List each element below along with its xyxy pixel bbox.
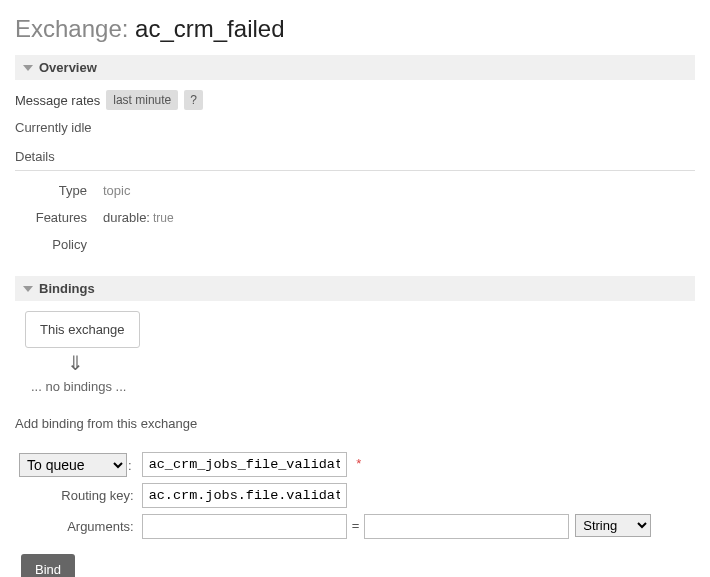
idle-status: Currently idle xyxy=(15,120,695,135)
destination-type-select[interactable]: To queueTo exchange xyxy=(19,453,127,477)
routing-key-input[interactable] xyxy=(142,483,347,508)
routing-key-label: Routing key: xyxy=(15,480,138,511)
help-icon[interactable]: ? xyxy=(184,90,203,110)
chevron-down-icon xyxy=(23,286,33,292)
table-row: To queueTo exchange: * xyxy=(15,449,655,480)
details-table: Type topic Features durable: true Policy xyxy=(15,177,182,258)
policy-value xyxy=(95,231,182,258)
arguments-label: Arguments: xyxy=(15,511,138,542)
bindings-section-header[interactable]: Bindings xyxy=(15,276,695,301)
destination-name-input[interactable] xyxy=(142,452,347,477)
page-title: Exchange: ac_crm_failed xyxy=(15,15,695,43)
equals-sign: = xyxy=(347,518,365,533)
argument-key-input[interactable] xyxy=(142,514,347,539)
bind-button[interactable]: Bind xyxy=(21,554,75,577)
table-row: Features durable: true xyxy=(15,204,182,231)
overview-section-header[interactable]: Overview xyxy=(15,55,695,80)
argument-type-select[interactable]: StringNumberBooleanList xyxy=(575,514,651,537)
message-rates-label: Message rates xyxy=(15,93,100,108)
bindings-title: Bindings xyxy=(39,281,95,296)
details-heading: Details xyxy=(15,149,695,171)
arrow-down-icon: ⇓ xyxy=(15,353,135,373)
message-rates-period-badge[interactable]: last minute xyxy=(106,90,178,110)
table-row: Policy xyxy=(15,231,182,258)
exchange-name: ac_crm_failed xyxy=(135,15,284,42)
table-row: Type topic xyxy=(15,177,182,204)
feature-durable: durable: true xyxy=(103,210,174,225)
this-exchange-box: This exchange xyxy=(25,311,140,348)
argument-value-input[interactable] xyxy=(364,514,569,539)
features-label: Features xyxy=(15,204,95,231)
title-prefix: Exchange: xyxy=(15,15,128,42)
table-row: Arguments: =StringNumberBooleanList xyxy=(15,511,655,542)
add-binding-form: To queueTo exchange: * Routing key: Argu… xyxy=(15,449,655,542)
table-row: Routing key: xyxy=(15,480,655,511)
type-label: Type xyxy=(15,177,95,204)
type-value: topic xyxy=(95,177,182,204)
overview-title: Overview xyxy=(39,60,97,75)
required-marker: * xyxy=(356,456,361,471)
no-bindings-text: ... no bindings ... xyxy=(31,379,695,394)
chevron-down-icon xyxy=(23,65,33,71)
policy-label: Policy xyxy=(15,231,95,258)
add-binding-heading: Add binding from this exchange xyxy=(15,416,695,431)
